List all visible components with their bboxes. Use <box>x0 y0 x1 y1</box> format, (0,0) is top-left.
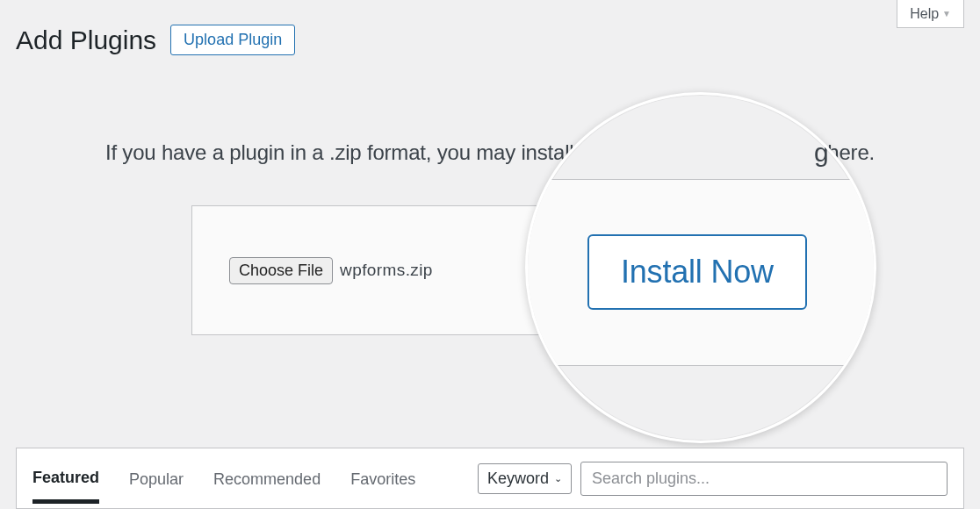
upload-plugin-button[interactable]: Upload Plugin <box>170 25 295 55</box>
help-tab[interactable]: Help ▼ <box>897 0 964 28</box>
search-type-select[interactable]: Keyword ⌄ <box>478 463 572 494</box>
tab-favorites[interactable]: Favorites <box>350 455 415 503</box>
install-now-button-zoom[interactable]: Install Now <box>587 234 807 310</box>
tab-featured[interactable]: Featured <box>32 453 99 504</box>
tab-popular[interactable]: Popular <box>129 455 184 503</box>
selected-filename: wpforms.zip <box>340 261 433 280</box>
upload-instruction: If you have a plugin in a .zip format, y… <box>0 140 980 165</box>
file-upload-area: Choose File wpforms.zip <box>229 257 433 284</box>
page-header: Add Plugins Upload Plugin <box>16 25 295 55</box>
page-title: Add Plugins <box>16 25 156 55</box>
choose-file-button[interactable]: Choose File <box>229 257 333 284</box>
search-input[interactable] <box>580 462 948 496</box>
caret-down-icon: ▼ <box>942 9 951 19</box>
help-label: Help <box>910 5 939 22</box>
search-type-label: Keyword <box>487 470 549 488</box>
search-controls: Keyword ⌄ <box>478 462 948 496</box>
tab-recommended[interactable]: Recommended <box>213 455 321 503</box>
chevron-down-icon: ⌄ <box>554 473 562 484</box>
plugin-filter-bar: Featured Popular Recommended Favorites K… <box>16 448 964 509</box>
